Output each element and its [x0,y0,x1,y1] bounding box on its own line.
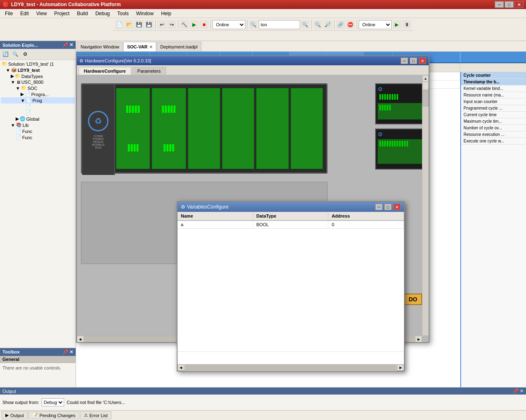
menu-view[interactable]: View [33,10,50,17]
v-scrollbar[interactable]: ▲ [422,75,429,335]
vc-close[interactable]: ✕ [393,204,401,210]
tab-navigation[interactable]: Navigation Window [77,42,123,51]
green-cards-area [116,88,323,169]
se-properties[interactable]: ⚙ [21,50,30,59]
tab-soc-var[interactable]: SOC-VAR ✕ [123,42,156,51]
sep2 [178,20,178,30]
tree-global[interactable]: ▶ 🌐 Global [1,116,75,122]
pause-button[interactable]: ⏸ [402,20,411,29]
redo-button[interactable]: ↪ [167,20,176,29]
mode-dropdown[interactable]: Online [212,20,245,29]
toolbox-section[interactable]: General [0,356,76,363]
output-controls[interactable]: 📌 ✕ [513,388,524,394]
vc-grid-header: Name DataType Address [178,212,404,221]
vc-row-empty[interactable] [178,229,404,352]
hw-tab-configure[interactable]: HardwareConfigure [78,67,131,75]
se-refresh[interactable]: 🔄 [1,50,10,59]
error-list-icon: ⚠ [84,413,88,418]
tree-soc[interactable]: ▼ 📁 SOC [1,85,75,91]
zoom-out[interactable]: 🔎 [323,20,332,29]
se-filter[interactable]: 🔍 [11,50,20,59]
do-button[interactable]: DO [404,294,422,305]
open-button[interactable]: 📂 [125,20,134,29]
dep-tab-label: Deployment.isadpl [160,44,198,49]
menu-window[interactable]: Window [133,10,157,17]
hw-title-bar[interactable]: ⚙ HardwareConfigure[Ver 6.2.0.33] ─ □ ✕ [77,56,429,65]
sysvar-cycle-counter[interactable]: Cycle counter [461,72,526,79]
tree-prog[interactable]: ▼ 📄 Prog [1,97,75,103]
tree-usc8000[interactable]: ▼ 🖥 USC_8000 [1,79,75,85]
tree-lib[interactable]: ▼ 📚 Lib [1,122,75,128]
disconnect-button[interactable]: ⛔ [346,20,355,29]
tree-func1[interactable]: 📄 Func [1,128,75,134]
soc-tab-close[interactable]: ✕ [149,45,152,49]
tree-datatypes[interactable]: ▶ 📁 DataTypes [1,73,75,79]
hw-tab-parameters[interactable]: Parameters [132,67,166,75]
status-pending-changes[interactable]: 📝 Pending Changes [28,411,79,419]
sysvar-kernel-var[interactable]: Kernel variable bind... [461,85,526,92]
save-button[interactable]: 💾 [135,20,144,29]
new-button[interactable]: 📄 [115,20,124,29]
hw-maximize[interactable]: □ [410,57,417,64]
hw-minimize[interactable]: ─ [401,57,408,64]
run-button[interactable]: ▶ [190,20,199,29]
mini-rack-2-icon[interactable]: ⚙ [378,131,384,138]
sysvar-execute-one[interactable]: Execute one cycle w... [461,138,526,145]
mini-rack-1-icon[interactable]: ⚙ [378,86,384,92]
connect-button[interactable]: 🔗 [336,20,345,29]
undo-button[interactable]: ↩ [157,20,166,29]
menu-debug[interactable]: Debug [92,10,113,17]
search-go[interactable]: 🔍 [301,20,310,29]
status-error-list[interactable]: ⚠ Error List [80,411,112,419]
zoom-in[interactable]: 🔍 [314,20,323,29]
tree-progra[interactable]: ▶ 📄 Progra... [1,91,75,97]
vc-h-scrollbar[interactable]: ◀ ▶ [178,364,404,371]
tree-ldy9-test[interactable]: ▼ 📦 LDY9_test [1,67,75,73]
sysvar-number-cycles[interactable]: Number of cycle ov... [461,125,526,131]
close-button[interactable]: ✕ [514,1,524,8]
stop-button[interactable]: ■ [200,20,209,29]
plc-rack: ♻ COMMPOWERREDUNMODBUSRUN [81,83,328,174]
sysvar-resource-exec[interactable]: Resource execution ... [461,131,526,138]
se-pin[interactable]: 📌 ✕ [62,42,73,48]
output-source-dropdown[interactable]: Debug [42,398,64,406]
vc-minimize[interactable]: ─ [375,204,383,210]
tree-func2[interactable]: 📄 Func [1,134,75,140]
menu-build[interactable]: Build [74,10,91,17]
sysvar-resource-name[interactable]: Resource name (ma... [461,92,526,99]
sysvar-programmed-cycle[interactable]: Programmed cycle ... [461,105,526,112]
vc-title-bar[interactable]: ⚙ VariablesConfigure ─ □ ✕ [178,202,404,212]
status-output[interactable]: ▶ Output [2,411,28,419]
hw-close[interactable]: ✕ [419,57,426,64]
maximize-button[interactable]: □ [505,1,514,8]
search-input[interactable] [259,20,300,29]
tree-prog-item2[interactable]: 📄 [1,110,75,116]
vc-col-address: Address [328,212,404,220]
mode-dropdown2[interactable]: Online [359,20,392,29]
sysvar-current-cycle[interactable]: Current cycle time [461,112,526,118]
green-card-5 [256,88,288,169]
tb-controls[interactable]: 📌 ✕ [62,349,73,355]
sysvar-timestamp[interactable]: Timestamp the b... [461,79,526,85]
tab-deployment[interactable]: Deployment.isadpl [157,42,201,51]
save-all-button[interactable]: 💾 [145,20,154,29]
build-button[interactable]: 🔨 [180,20,189,29]
sysvar-max-cycle[interactable]: Maximum cycle tim... [461,118,526,125]
output-header: Output 📌 ✕ [0,388,526,395]
tree-prog-item1[interactable]: 📄 [1,103,75,110]
tree-solution[interactable]: 📁 Solution 'LDY9_test' (1 [1,61,75,67]
menu-project[interactable]: Project [51,10,73,17]
play-button[interactable]: ▶ [392,20,401,29]
menu-tools[interactable]: Tools [114,10,132,17]
plc-logo: ♻ [88,111,108,131]
menu-edit[interactable]: Edit [17,10,32,17]
prog1-icon: 📄 [25,92,30,97]
vc-maximize[interactable]: □ [384,204,392,210]
output-content: Show output from: Debug Could not find f… [0,395,526,410]
menu-file[interactable]: File [2,10,16,17]
sysvar-input-scan[interactable]: Input scan counter [461,99,526,105]
menu-help[interactable]: Help [158,10,175,17]
minimize-button[interactable]: ─ [495,1,504,8]
search-button[interactable]: 🔍 [249,20,258,29]
vc-row-0[interactable]: a BOOL 0 [178,221,404,229]
